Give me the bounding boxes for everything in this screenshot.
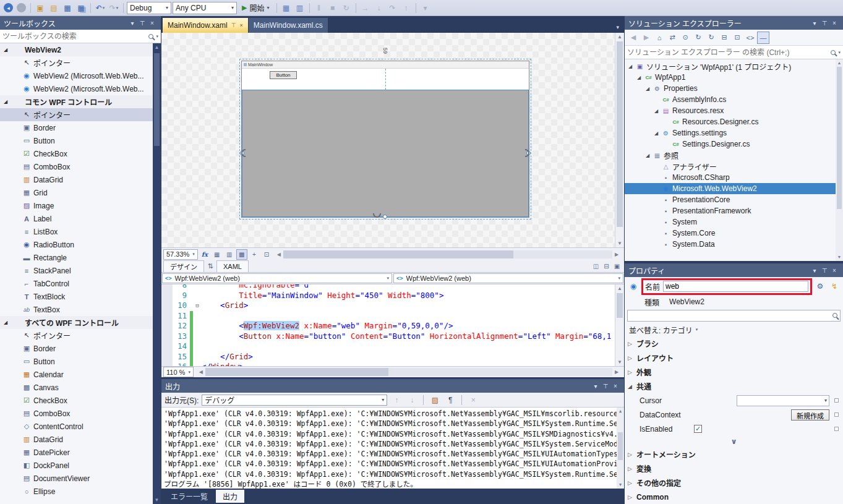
switch-views-icon[interactable]: ⇄ (666, 32, 678, 44)
toolbox-item[interactable]: ◧ DockPanel (0, 459, 153, 472)
expand-arrow[interactable]: ◢ (0, 320, 11, 325)
toolbar-item[interactable] (30, 3, 31, 13)
toolbox-item[interactable]: ▤ ComboBox (0, 160, 153, 173)
scroll-left-icon[interactable]: ◀ (197, 369, 205, 375)
scroll-up-icon[interactable]: ▲ (153, 43, 161, 51)
scroll-up-icon[interactable]: ▲ (615, 284, 624, 293)
tree-item[interactable]: ◢ ⚙ Properties (625, 83, 843, 94)
toolbox-item[interactable]: ◢ WebView2 (0, 43, 153, 56)
open-file-icon[interactable]: ▤ (48, 2, 60, 14)
breadcrumb-design-pane[interactable]: <> Wpf:WebView2 (web) ▾ (162, 273, 392, 283)
expand-arrow[interactable]: ▷ (628, 451, 636, 458)
scrollbar-thumb[interactable] (837, 67, 842, 209)
toolbox-item[interactable]: ☑ CheckBox (0, 147, 153, 160)
pin-icon[interactable]: ⊤ (819, 267, 829, 274)
tree-item[interactable]: ◢ ▤ Resources.resx (625, 105, 843, 116)
new-project-icon[interactable]: ▣ (34, 2, 46, 14)
property-category-common[interactable]: ◢ 共通 (625, 379, 843, 393)
toolbox-item[interactable]: ↖ ポインター (0, 56, 153, 69)
code-line[interactable]: 12 <Wpf:WebView2 x:Name="web" Margin="0,… (161, 321, 624, 331)
toolbox-item[interactable]: ◇ ContentControl (0, 420, 153, 433)
code-line[interactable]: 13 <Button x:Name="button" Content="Butt… (161, 331, 624, 342)
fold-toggle-icon[interactable] (193, 321, 202, 331)
toolbar-item[interactable] (123, 3, 124, 13)
fold-toggle-icon[interactable] (193, 331, 202, 342)
refresh-icon[interactable]: ↻ (705, 32, 717, 44)
close-icon[interactable]: × (610, 383, 620, 390)
designer-zoom-select[interactable]: 57.33% ▾ (163, 249, 198, 260)
code-line[interactable]: 14 (161, 341, 624, 352)
scrollbar-thumb[interactable] (154, 53, 160, 146)
tree-item[interactable]: ◉ Microsoft.Web.WebView2 (625, 183, 843, 194)
step-out-icon[interactable]: ↑ (400, 2, 413, 14)
fold-toggle-icon[interactable] (193, 362, 202, 366)
scroll-down-icon[interactable]: ▼ (836, 254, 843, 261)
toolbox-item[interactable]: ↖ ポインター (0, 108, 153, 121)
back-icon[interactable]: ◀ (627, 32, 640, 44)
expand-arrow[interactable]: ▷ (628, 466, 636, 472)
close-icon[interactable]: × (829, 267, 839, 274)
toolbox-item[interactable]: ○ Ellipse (0, 485, 153, 498)
tab-error-list[interactable]: エラー一覧 (164, 490, 215, 503)
properties-titlebar[interactable]: プロパティ ▾⊤× (625, 263, 843, 277)
artboard-background-icon[interactable]: ▩ (236, 249, 247, 260)
toolbox-item[interactable]: ▩ Canvas (0, 381, 153, 394)
navigate-forward-icon[interactable]: ▸ (17, 3, 26, 12)
fold-toggle-icon[interactable] (193, 291, 202, 301)
toolbar-item[interactable] (309, 3, 310, 13)
attach-to-process-icon[interactable]: ▦ (280, 2, 293, 14)
scroll-up-icon[interactable]: ▲ (615, 33, 624, 41)
swap-panes-icon[interactable]: ⇅ (204, 262, 216, 270)
disable-project-code-icon[interactable]: ⊡ (261, 249, 272, 260)
solution-platform-select[interactable]: Any CPU ▾ (173, 2, 237, 14)
scrollbar-thumb[interactable] (617, 41, 623, 227)
xaml-code-editor[interactable]: 8 mc:Ignorable="d"9 Title="MainWindow" H… (161, 284, 624, 366)
show-grid-icon[interactable]: ▦ (212, 249, 223, 260)
window-position-icon[interactable]: ▾ (127, 20, 137, 27)
scroll-left-icon[interactable]: ◀ (275, 252, 283, 257)
fold-toggle-icon[interactable] (193, 341, 202, 352)
scroll-right-icon[interactable]: ▶ (612, 252, 621, 257)
property-category[interactable]: ▷ オートメーション (625, 447, 843, 461)
scrollbar-thumb[interactable] (618, 432, 623, 460)
tree-item[interactable]: ▪ System.Core (625, 228, 843, 239)
window-position-icon[interactable]: ▾ (810, 267, 819, 274)
toolbox-item[interactable]: ▨ Image (0, 199, 153, 212)
forward-icon[interactable]: ▶ (640, 32, 653, 44)
toolbox-item[interactable]: ≡ ListBox (0, 225, 153, 238)
tree-item[interactable]: ◢ C# WpfApp1 (625, 72, 843, 83)
toolbox-item[interactable]: ▦ DatePicker (0, 446, 153, 459)
tab-mainwindow-xaml-cs[interactable]: MainWindow.xaml.cs (249, 18, 328, 33)
scroll-down-icon[interactable]: ▼ (615, 239, 624, 247)
scroll-up-icon[interactable]: ▲ (617, 408, 624, 415)
toolbox-item[interactable]: ⌐ TabControl (0, 277, 153, 290)
toolbox-item[interactable]: ▣ Border (0, 342, 153, 355)
toolbox-item[interactable]: ▬ Rectangle (0, 251, 153, 264)
solution-tree-scrollbar[interactable]: ▲ ▼ (836, 59, 843, 261)
toolbox-item[interactable]: ◢ コモン WPF コントロール (0, 95, 153, 108)
previous-message-icon[interactable]: ↑ (390, 394, 403, 406)
sync-active-document-icon[interactable]: ↻ (692, 32, 704, 44)
expand-arrow[interactable]: ▷ (628, 494, 636, 500)
toolbox-titlebar[interactable]: ツールボックス ▾⊤× (0, 16, 161, 30)
output-source-select[interactable]: デバッグ ▾ (202, 395, 387, 406)
toolbox-item[interactable]: T TextBlock (0, 290, 153, 303)
split-horizontal-icon[interactable]: ⊟ (601, 262, 612, 271)
toolbox-item[interactable]: ▥ DataGrid (0, 173, 153, 186)
redo-icon[interactable]: ↷ (108, 2, 120, 14)
cursor-select[interactable]: ▾ (737, 395, 829, 406)
window-position-icon[interactable]: ▾ (591, 383, 601, 390)
preview-selected-icon[interactable]: — (757, 32, 769, 44)
scroll-down-icon[interactable]: ▼ (615, 358, 624, 366)
isenabled-checkbox[interactable]: ✓ (694, 425, 702, 433)
new-datacontext-button[interactable]: 新規作成 (791, 409, 829, 421)
solution-search-input[interactable] (627, 48, 828, 57)
property-category[interactable]: ▷ 変換 (625, 461, 843, 476)
more-properties-expander[interactable]: ∨ (625, 436, 843, 447)
toolbox-scrollbar[interactable]: ▲ ▼ (153, 43, 161, 504)
pin-icon[interactable]: ⊤ (137, 20, 147, 27)
toolbox-item[interactable]: A Label (0, 212, 153, 225)
tree-item[interactable]: C# Resources.Designer.cs (625, 116, 843, 127)
expand-arrow[interactable]: ◢ (643, 86, 652, 92)
properties-mode-icon[interactable]: ⚙ (814, 282, 826, 291)
